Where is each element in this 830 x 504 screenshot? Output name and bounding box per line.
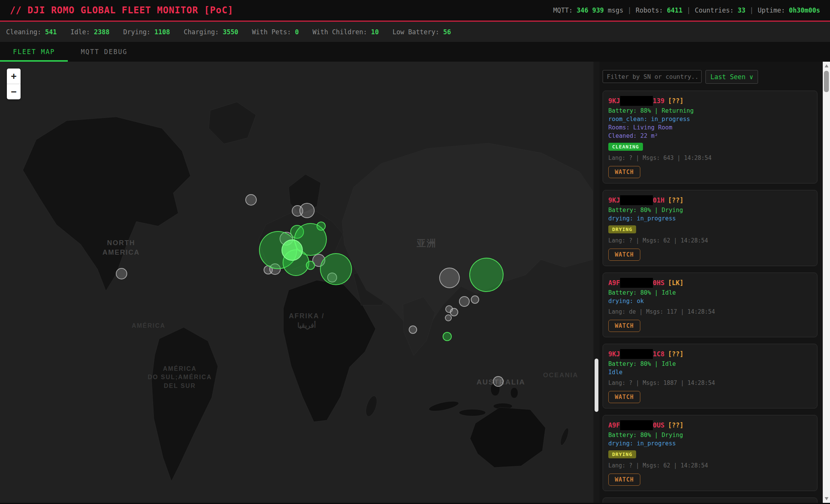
fleet-stat-value: 541 [45, 28, 57, 36]
fleet-stat-label: Drying: [123, 28, 154, 36]
fleet-stat-value: 1108 [154, 28, 170, 36]
fleet-stat: Drying: 1108 [123, 28, 170, 36]
main-content: NORTHAMERICAAMÉRICAAMÉRICADO SUL;AMÉRICA… [0, 62, 830, 503]
scroll-up-arrow-icon[interactable] [823, 62, 830, 69]
status-line: Battery: 80% | Drying [608, 207, 812, 214]
watch-button[interactable]: WATCH [608, 391, 640, 403]
scroll-down-arrow-icon[interactable] [823, 495, 830, 502]
sn-redaction [620, 349, 653, 359]
status-line: drying: in_progress [608, 440, 812, 447]
fleet-stat-label: Low Battery: [392, 28, 443, 36]
robot-serial: 9KJ139[??] [608, 96, 812, 106]
cluster-marker-green[interactable] [306, 261, 315, 270]
robot-status-lines: Battery: 88% | Returningroom_clean: in_p… [608, 107, 812, 139]
cluster-marker-gray[interactable] [245, 194, 257, 206]
fleet-stat: Low Battery: 56 [392, 28, 451, 36]
tab-fleet-map[interactable]: FLEET MAP [0, 42, 68, 62]
app-title: // DJI ROMO GLOBAL FLEET MONITOR [PoC] [10, 5, 233, 16]
country-tag: [??] [668, 350, 683, 358]
robot-serial: 9KJ01H[??] [608, 195, 812, 205]
fleet-stat: Idle: 2388 [70, 28, 109, 36]
stat-label: Countries: [695, 6, 738, 14]
cluster-marker-gray[interactable] [450, 308, 458, 316]
header-stat: MQTT: 346 939 msgs [553, 6, 623, 14]
map-region-label: AMÉRICADO SUL;AMÉRICADEL SUR [148, 365, 212, 390]
robot-card: 9KJ1C8[??] Battery: 80% | IdleIdle Lang:… [603, 344, 817, 408]
sn-redaction [620, 420, 653, 430]
fleet-stat-value: 0 [295, 28, 299, 36]
status-line: room_clean: in_progress [608, 116, 812, 123]
watch-button[interactable]: WATCH [608, 166, 640, 178]
fleet-map[interactable]: NORTHAMERICAAMÉRICAAMÉRICADO SUL;AMÉRICA… [0, 62, 593, 503]
robot-card-list: 9KJ139[??] Battery: 88% | Returningroom_… [603, 91, 817, 503]
zoom-in-button[interactable]: + [7, 69, 21, 84]
watch-button[interactable]: WATCH [608, 320, 640, 332]
zoom-out-button[interactable]: − [7, 84, 21, 99]
status-line: Battery: 88% | Returning [608, 107, 812, 114]
robot-card: A9F0FH[??] Battery: ?% | Status-nullStat… [603, 498, 817, 503]
header-stat: Countries: 33 [695, 6, 745, 14]
sn-suffix: 0US [653, 421, 665, 429]
robot-meta: Lang: ? | Msgs: 1887 | 14:28:54 [608, 380, 812, 386]
cluster-marker-green[interactable] [443, 332, 452, 341]
country-tag: [??] [668, 97, 683, 105]
cluster-marker-gray[interactable] [116, 268, 127, 279]
status-badge: CLEANING [608, 143, 643, 151]
map-region-label: 亚洲 [417, 237, 437, 250]
cluster-marker-green[interactable] [320, 253, 352, 285]
chevron-down-icon: ∨ [749, 73, 753, 81]
watch-button[interactable]: WATCH [608, 474, 640, 486]
fleet-stat-value: 10 [371, 28, 379, 36]
robot-card: A9F0HS[LK] Battery: 80% | Idledrying: ok… [603, 273, 817, 337]
cluster-marker-gray[interactable] [445, 314, 452, 321]
status-badge: DRYING [608, 450, 636, 458]
header-stat: Uptime: 0h30m00s [758, 6, 820, 14]
stat-label: MQTT: [553, 6, 576, 14]
sn-prefix: A9F [608, 279, 620, 287]
robot-serial: A9F0US[??] [608, 420, 812, 430]
robot-meta: Lang: ? | Msgs: 62 | 14:28:54 [608, 237, 812, 244]
map-region-label: AFRIKA /أفريقيا [289, 311, 324, 330]
country-tag: [LK] [668, 279, 683, 287]
cluster-marker-gray[interactable] [471, 295, 479, 304]
stat-separator: | [628, 6, 632, 14]
cluster-marker-gray[interactable] [493, 376, 504, 387]
sidebar-scrollbar [823, 62, 830, 503]
status-line: Cleaned: 22 m² [608, 132, 812, 139]
robot-card: 9KJ139[??] Battery: 88% | Returningroom_… [603, 91, 817, 183]
list-left-scrollbar-thumb[interactable] [595, 359, 598, 412]
fleet-stat: With Children: 10 [312, 28, 379, 36]
status-line: drying: ok [608, 298, 812, 305]
cluster-marker-green[interactable] [469, 258, 504, 292]
fleet-stat-value: 3550 [223, 28, 238, 36]
cluster-marker-gray[interactable] [439, 268, 460, 288]
fleet-stat-label: Idle: [70, 28, 94, 36]
country-tag: [??] [668, 421, 683, 429]
watch-button[interactable]: WATCH [608, 249, 640, 261]
robot-serial: A9F0HS[LK] [608, 278, 812, 288]
sn-suffix: 1C8 [653, 350, 665, 358]
sort-select-value: Last Seen [710, 73, 745, 81]
cluster-marker-gray[interactable] [299, 203, 315, 218]
robot-meta: Lang: de | Msgs: 117 | 14:28:54 [608, 308, 812, 315]
stat-separator: | [687, 6, 691, 14]
fleet-stat: With Pets: 0 [252, 28, 299, 36]
fleet-stat-label: With Children: [312, 28, 371, 36]
sn-suffix: 139 [653, 97, 665, 105]
cluster-marker-gray[interactable] [459, 296, 470, 307]
fleet-stat-label: Charging: [184, 28, 222, 36]
sidebar-scrollbar-thumb[interactable] [824, 71, 829, 92]
cluster-marker-gray[interactable] [409, 325, 417, 334]
map-region-label: AMÉRICA [132, 322, 166, 330]
fleet-stat-value: 56 [443, 28, 451, 36]
map-region-label: NORTHAMERICA [102, 238, 140, 257]
app-header: // DJI ROMO GLOBAL FLEET MONITOR [PoC] M… [0, 0, 830, 22]
stat-value: 33 [737, 6, 745, 14]
tab-mqtt-debug[interactable]: MQTT DEBUG [68, 42, 140, 62]
fleet-stat: Charging: 3550 [184, 28, 238, 36]
stat-value: 6411 [667, 6, 683, 14]
map-region-label: OCEANIA [543, 371, 578, 380]
filter-input[interactable] [603, 70, 702, 83]
cluster-marker-green-bright[interactable] [281, 239, 303, 261]
sort-select[interactable]: Last Seen ∨ [705, 70, 758, 84]
